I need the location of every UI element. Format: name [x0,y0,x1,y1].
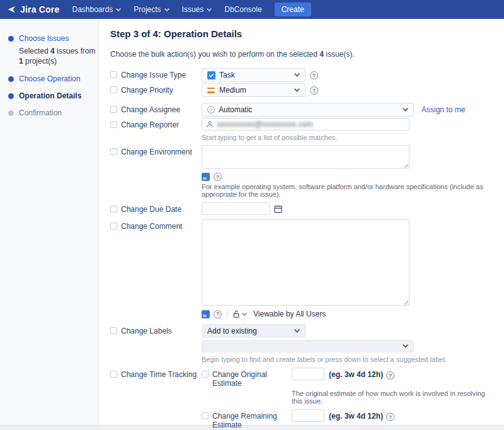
change-environment-checkbox[interactable] [110,148,117,155]
calendar-icon[interactable] [274,205,282,213]
environment-textarea[interactable] [202,145,410,169]
row-change-reporter: Change Reporter xxxxxxxxxx@xxxxxxxxx.com… [110,118,494,141]
nav-dbconsole[interactable]: DbConsole [224,5,261,14]
row-change-environment: Change Environment ? For example operati… [110,145,494,198]
nav-projects[interactable]: Projects [134,5,169,14]
row-remaining-estimate: Change Remaining Estimate (eg. 3w 4d 12h… [202,409,494,429]
automatic-assignee-icon: ? [207,106,215,113]
chevron-down-icon [294,329,300,333]
top-nav: Jira Core Dashboards Projects Issues DbC… [0,0,504,19]
step-operation-details: Operation Details [8,91,93,100]
due-date-input[interactable] [202,202,270,215]
remaining-estimate-input[interactable] [292,409,324,422]
change-due-date-checkbox[interactable] [110,206,117,212]
row-change-assignee: Change Assignee ? Automatic Assign to me [110,103,494,117]
step-bullet [8,110,14,116]
field-label: Change Issue Type [121,71,186,79]
person-icon [206,120,214,128]
comment-visibility-button[interactable] [232,310,247,318]
change-assignee-checkbox[interactable] [110,106,117,113]
step-confirmation: Confirmation [8,108,93,117]
labels-picker[interactable] [202,340,414,352]
help-icon[interactable]: ? [214,310,222,318]
field-label: Change Reporter [121,120,179,129]
reporter-hint: Start typing to get a list of possible m… [202,134,410,141]
chevron-down-icon [294,73,300,77]
operation-details-panel: Step 3 of 4: Operation Details Choose th… [99,19,504,425]
row-change-time-tracking: Change Time Tracking Change Original Est… [110,368,494,430]
estimate-example: (eg. 3w 4d 12h) [329,368,383,379]
row-change-comment: Change Comment ? [110,219,494,318]
help-icon[interactable]: ? [310,71,318,79]
chevron-down-icon [116,8,121,11]
divider [227,310,227,318]
comment-viewable-label: Viewable by All Users [253,310,326,318]
field-label: Change Time Tracking [121,370,197,379]
create-button[interactable]: Create [275,3,311,16]
reporter-value-redacted: xxxxxxxxxx@xxxxxxxxx.com [217,120,312,129]
row-change-due-date: Change Due Date [110,202,494,215]
row-change-issue-type: Change Issue Type Task ? [110,68,494,82]
app-logo[interactable]: Jira Core [6,4,60,15]
nav-dashboards[interactable]: Dashboards [72,5,122,14]
chevron-down-icon [242,313,247,316]
step-bullet [8,76,14,82]
row-change-priority: Change Priority Medium ? [110,83,494,97]
wizard-steps-sidebar: Choose Issues Selected 4 issues from 1 p… [0,19,99,425]
priority-select[interactable]: Medium [202,83,306,97]
field-label: Change Due Date [121,205,181,214]
change-priority-checkbox[interactable] [110,86,117,93]
change-time-tracking-checkbox[interactable] [110,371,117,378]
app-name: Jira Core [20,4,60,15]
unlock-icon [232,310,240,318]
row-original-estimate: Change Original Estimate (eg. 3w 4d 12h)… [202,368,494,388]
field-label: Change Original Estimate [212,370,292,388]
environment-description: For example operating system, software p… [202,183,494,198]
comment-textarea[interactable] [202,219,410,306]
help-icon[interactable]: ? [386,413,394,421]
step-bullet [8,36,14,42]
original-estimate-input[interactable] [292,368,324,380]
jira-logo-icon [6,4,16,15]
help-icon[interactable]: ? [386,371,394,380]
chevron-down-icon [294,88,300,92]
wiki-markup-icon[interactable] [202,310,210,318]
assignee-select[interactable]: ? Automatic [202,103,414,117]
task-type-icon [207,71,215,79]
step-choose-issues-note: Selected 4 issues from 1 project(s) [19,46,98,66]
chevron-down-icon [164,8,169,11]
page-title: Step 3 of 4: Operation Details [110,28,494,39]
help-icon[interactable]: ? [214,173,222,181]
estimate-example: (eg. 3w 4d 12h) [329,409,383,421]
wiki-markup-icon[interactable] [202,173,210,181]
field-label: Change Assignee [121,105,180,114]
field-label: Change Environment [121,148,192,156]
chevron-down-icon [403,344,408,348]
nav-issues[interactable]: Issues [182,5,212,14]
field-label: Change Comment [121,222,182,231]
field-label: Change Labels [121,327,172,335]
help-icon[interactable]: ? [310,86,318,95]
original-estimate-hint: The original estimate of how much work i… [292,390,494,405]
change-reporter-checkbox[interactable] [110,121,117,128]
change-labels-checkbox[interactable] [110,327,117,334]
step-choose-issues[interactable]: Choose Issues [8,34,93,43]
field-label: Change Priority [121,86,173,95]
step-bullet [8,93,14,99]
labels-mode-select[interactable]: Add to existing [202,324,306,338]
chevron-down-icon [207,8,212,11]
reporter-input[interactable]: xxxxxxxxxx@xxxxxxxxx.com [202,118,410,131]
chevron-down-icon [403,108,408,112]
row-change-labels: Change Labels Add to existing Begin typi… [110,324,494,363]
issue-type-select[interactable]: Task [202,68,306,82]
change-remaining-estimate-checkbox[interactable] [202,412,209,419]
change-issue-type-checkbox[interactable] [110,71,117,78]
assign-to-me-link[interactable]: Assign to me [421,103,465,114]
change-comment-checkbox[interactable] [110,223,117,230]
labels-hint: Begin typing to find and create labels o… [202,356,447,363]
page-subtitle: Choose the bulk action(s) you wish to pe… [110,50,494,59]
priority-medium-icon [207,88,215,93]
step-choose-operation[interactable]: Choose Operation [8,74,93,83]
change-original-estimate-checkbox[interactable] [202,371,209,378]
field-label: Change Remaining Estimate [212,412,292,429]
